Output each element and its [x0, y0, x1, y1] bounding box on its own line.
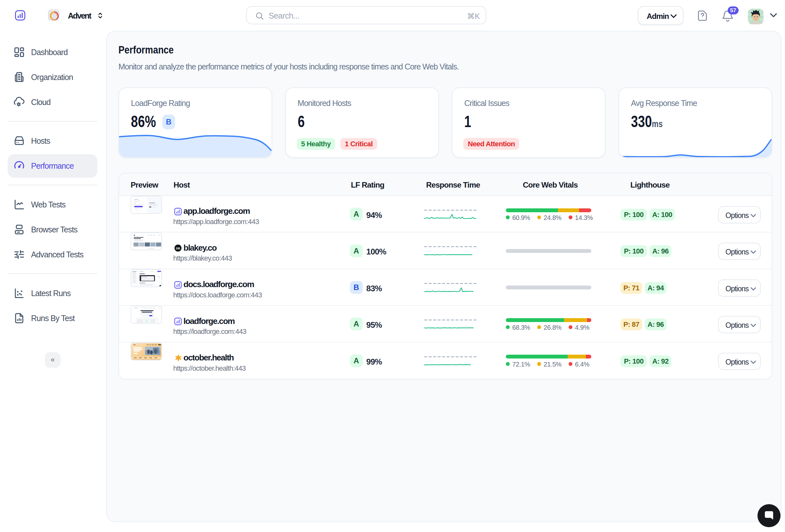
- svg-text:DB: DB: [176, 247, 180, 250]
